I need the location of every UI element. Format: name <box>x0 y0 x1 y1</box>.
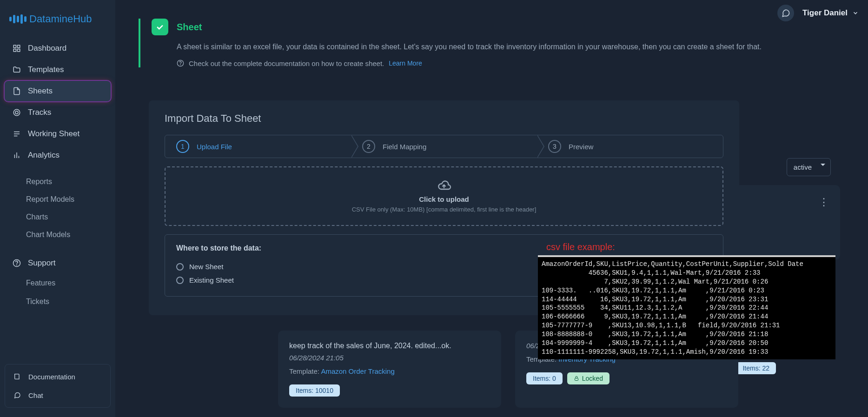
svg-point-4 <box>13 109 20 116</box>
radio-icon <box>176 277 184 284</box>
sidebar-subitem-reports[interactable]: Reports <box>5 173 111 191</box>
check-icon <box>152 19 168 35</box>
more-menu-button[interactable]: ⋮ <box>819 196 829 208</box>
sidebar-item-sheets[interactable]: Sheets <box>5 81 111 101</box>
primary-nav: Dashboard Templates Sheets Tracks Workin… <box>5 38 111 311</box>
svg-rect-16 <box>575 378 578 381</box>
chevron-down-icon <box>852 10 859 16</box>
book-icon <box>13 372 22 381</box>
chevron-down-icon <box>821 164 825 166</box>
chat-icon <box>13 391 22 400</box>
sidebar-subitem-tickets[interactable]: Tickets <box>5 293 111 311</box>
banner-hint: Check out the complete documentation on … <box>189 60 384 67</box>
sidebar-item-label: Chat <box>28 391 43 399</box>
sidebar-item-label: Working Sheet <box>28 129 80 139</box>
items-count-badge: Items: 0 <box>526 372 563 384</box>
radio-label: New Sheet <box>189 263 223 271</box>
lock-icon <box>574 376 579 381</box>
items-count-badge: Items: 22 <box>736 362 776 374</box>
svg-rect-2 <box>13 49 16 52</box>
topbar: Tiger Daniel <box>777 0 859 26</box>
status-filter-value: active <box>794 163 812 171</box>
wizard-steps: 1 Upload File 2 Field Mapping 3 Preview <box>165 135 723 158</box>
svg-point-15 <box>180 65 181 65</box>
learn-more-link[interactable]: Learn More <box>389 60 422 67</box>
items-count-badge: Items: 10010 <box>289 384 340 397</box>
step-label: Preview <box>569 143 593 151</box>
sidebar-item-analytics[interactable]: Analytics <box>5 145 111 165</box>
topbar-chat-button[interactable] <box>777 5 794 21</box>
step-label: Field Mapping <box>383 143 426 151</box>
nav-subsection: Reports Report Models Charts Chart Model… <box>5 173 111 244</box>
sidebar-item-label: Sheets <box>28 86 53 96</box>
step-field-mapping[interactable]: 2 Field Mapping <box>351 135 537 158</box>
sidebar-item-label: Dashboard <box>28 44 66 53</box>
csv-example-content: AmazonOrderId,SKU,ListPrice,Quantity,Cos… <box>538 255 835 359</box>
sidebar-item-documentation[interactable]: Documentation <box>7 368 108 385</box>
sidebar-item-support[interactable]: Support <box>5 253 111 273</box>
info-icon <box>177 60 184 67</box>
template-link[interactable]: Amazon Order Tracking <box>321 367 394 375</box>
radio-icon <box>176 263 184 271</box>
sidebar-item-chat[interactable]: Chat <box>7 387 108 404</box>
step-upload-file[interactable]: 1 Upload File <box>165 135 351 158</box>
sidebar-item-tracks[interactable]: Tracks <box>5 102 111 123</box>
sidebar-item-templates[interactable]: Templates <box>5 60 111 80</box>
step-preview[interactable]: 3 Preview <box>537 135 723 158</box>
grid-icon <box>12 44 21 53</box>
sheet-card[interactable]: keep track of the sales of June, 2024. e… <box>278 331 501 408</box>
sidebar-item-working-sheet[interactable]: Working Sheet <box>5 124 111 144</box>
template-label: Template: <box>289 367 319 375</box>
sidebar-item-label: Templates <box>28 65 64 74</box>
sidebar-footer: Documentation Chat <box>5 364 111 408</box>
sheet-card-description: keep track of the sales of June, 2024. e… <box>289 342 490 350</box>
target-icon <box>12 108 21 117</box>
cloud-upload-icon <box>178 179 710 192</box>
radio-label: Existing Sheet <box>189 276 234 284</box>
locked-badge: Locked <box>567 372 610 384</box>
upload-hint: CSV File only (Max: 10MB) [comma delimit… <box>178 206 710 213</box>
bar-chart-icon <box>12 151 21 160</box>
file-icon <box>12 86 21 96</box>
info-banner: Sheet A sheet is similar to an excel fil… <box>139 19 845 67</box>
step-number: 2 <box>362 140 375 153</box>
brand-name: DatamineHub <box>29 13 92 25</box>
sidebar-item-label: Tracks <box>28 108 51 117</box>
svg-point-13 <box>17 265 17 265</box>
step-label: Upload File <box>197 143 232 151</box>
step-number: 3 <box>548 140 561 153</box>
chat-bubble-icon <box>781 8 790 18</box>
user-menu[interactable]: Tiger Daniel <box>802 8 859 18</box>
user-name: Tiger Daniel <box>802 8 848 18</box>
sidebar-subitem-features[interactable]: Features <box>5 274 111 292</box>
logo[interactable]: DatamineHub <box>5 9 111 38</box>
sidebar-subitem-charts[interactable]: Charts <box>5 208 111 226</box>
banner-title: Sheet <box>177 22 202 33</box>
file-dropzone[interactable]: Click to upload CSV File only (Max: 10MB… <box>165 166 723 226</box>
list-icon <box>12 129 21 139</box>
sidebar-subitem-chart-models[interactable]: Chart Models <box>5 226 111 244</box>
sidebar-item-label: Analytics <box>28 151 60 160</box>
sidebar-item-dashboard[interactable]: Dashboard <box>5 38 111 59</box>
sheet-card-date: 06/28/2024 21:05 <box>289 354 490 362</box>
svg-rect-1 <box>18 45 20 47</box>
svg-point-5 <box>15 111 18 114</box>
sidebar-item-label: Support <box>28 258 56 268</box>
logo-bars-icon <box>9 14 27 24</box>
step-number: 1 <box>176 140 189 153</box>
help-circle-icon <box>12 258 21 268</box>
upload-prompt: Click to upload <box>178 195 710 203</box>
svg-rect-0 <box>13 45 16 47</box>
svg-rect-3 <box>18 49 20 52</box>
modal-title: Import Data To Sheet <box>165 113 723 125</box>
sidebar-subitem-report-models[interactable]: Report Models <box>5 191 111 208</box>
banner-description: A sheet is similar to an excel file, you… <box>177 41 845 53</box>
sidebar-item-label: Documentation <box>28 373 75 381</box>
sidebar: DatamineHub Dashboard Templates Sheets T… <box>0 0 115 417</box>
csv-example-overlay: csv file example: AmazonOrderId,SKU,List… <box>538 242 835 359</box>
folder-icon <box>12 65 21 74</box>
csv-example-label: csv file example: <box>538 242 835 252</box>
status-filter-select[interactable]: active <box>787 158 831 176</box>
